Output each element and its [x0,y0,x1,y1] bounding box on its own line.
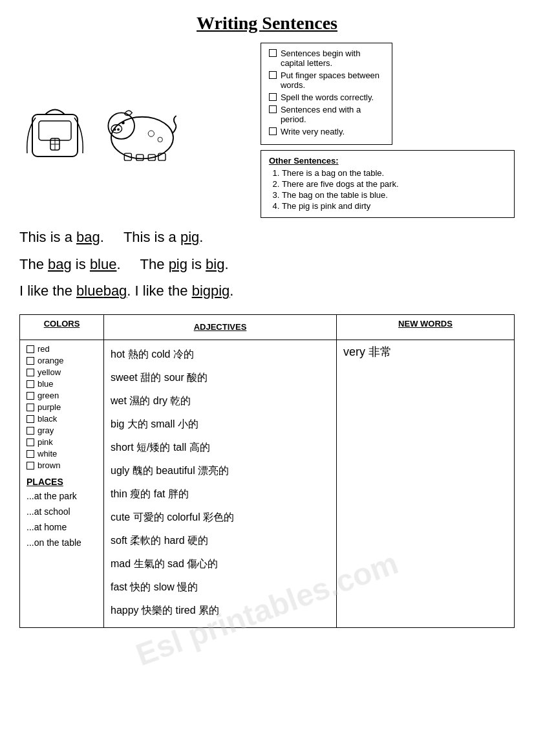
sentence-1a: This is a bag. [19,224,104,250]
adjective-item: soft 柔軟的 hard 硬的 [111,530,330,551]
color-checkbox[interactable] [27,392,34,400]
color-checkbox[interactable] [27,427,34,435]
color-checkbox[interactable] [27,450,34,458]
svg-point-16 [158,137,162,142]
checklist-label-2: Put finger spaces between words. [281,70,384,90]
word-pig-2: pig [169,256,187,272]
svg-point-5 [111,116,173,158]
color-label: blue [37,379,54,389]
color-checkbox[interactable] [27,345,34,353]
checklist-item-1: Sentences begin with capital letters. [269,49,384,68]
svg-point-9 [117,128,120,131]
color-label: brown [37,460,60,470]
color-label: purple [37,402,61,412]
color-item: purple [27,402,97,412]
color-item: pink [27,437,97,447]
adjectives-cell: hot 熱的 cold 冷的sweet 甜的 sour 酸的wet 濕的 dry… [104,340,337,627]
other-sentence-1: There is a bag on the table. [282,168,506,178]
color-checkbox[interactable] [27,462,34,470]
other-sentence-3: The bag on the table is blue. [282,190,506,200]
place-item: ...at the park [27,491,97,501]
checklist-label-3: Spell the words correctly. [281,92,374,102]
places-list: ...at the park...at school...at home...o… [27,491,97,548]
color-label: green [37,391,59,400]
color-checkbox[interactable] [27,357,34,365]
checkbox-2[interactable] [269,71,277,79]
other-sentence-4: The pig is pink and dirty [282,201,506,211]
color-item: red [27,344,97,354]
color-checkbox[interactable] [27,404,34,411]
table-body-row: redorangeyellowbluegreenpurpleblackgrayp… [20,340,515,627]
svg-point-8 [114,128,116,131]
pig-illustration [103,98,181,163]
word-big: big [206,256,224,272]
sentence-2a: The bag is blue. [19,252,121,277]
adjective-item: cute 可愛的 colorful 彩色的 [111,507,330,528]
color-label: white [37,449,57,459]
checklist-item-4: Sentences end with a period. [269,105,384,124]
checkbox-3[interactable] [269,93,277,101]
color-item: white [27,449,97,459]
adjectives-list: hot 熱的 cold 冷的sweet 甜的 sour 酸的wet 濕的 dry… [111,344,330,621]
color-item: blue [27,379,97,389]
word-bag-1: bag [76,229,100,245]
color-checkbox[interactable] [27,415,34,423]
other-sentences-box: Other Sentences: There is a bag on the t… [261,150,515,218]
header-newwords: NEW WORDS [337,314,515,340]
adjective-item: sweet 甜的 sour 酸的 [111,367,330,388]
word-bluebag: bluebag [76,283,127,299]
colors-list: redorangeyellowbluegreenpurpleblackgrayp… [27,344,97,470]
word-pig-1: pig [180,229,199,245]
header-adjectives: ADJECTIVES [104,314,337,340]
svg-point-10 [122,121,125,124]
checklist-label-5: Write very neatly. [281,127,345,136]
main-sentences: This is a bag. This is a pig. The bag is… [19,224,515,304]
color-checkbox[interactable] [27,369,34,376]
color-item: yellow [27,367,97,377]
other-sentences-title: Other Sentences: [269,156,506,166]
checkbox-5[interactable] [269,127,277,135]
checkbox-4[interactable] [269,105,277,113]
word-bigpig: bigpig [192,283,230,299]
sentence-2b: The pig is big. [140,252,229,277]
color-label: pink [37,437,53,447]
color-label: red [37,344,50,354]
color-checkbox[interactable] [27,380,34,388]
svg-rect-1 [39,121,71,140]
svg-point-15 [148,131,154,136]
adjective-item: thin 瘦的 fat 胖的 [111,484,330,504]
color-item: green [27,391,97,400]
checkbox-1[interactable] [269,49,277,57]
places-title: PLACES [27,477,97,487]
color-checkbox[interactable] [27,438,34,446]
place-item: ...at school [27,506,97,517]
svg-rect-12 [136,154,144,160]
color-label: yellow [37,367,61,377]
other-sentence-2: There are five dogs at the park. [282,179,506,189]
colors-cell: redorangeyellowbluegreenpurpleblackgrayp… [20,340,104,627]
table-header-row: COLORS ADJECTIVES NEW WORDS [20,314,515,340]
header-colors: COLORS [20,314,104,340]
sentence-row-2: The bag is blue. The pig is big. [19,252,515,277]
right-column: Sentences begin with capital letters. Pu… [261,43,515,218]
adjective-item: hot 熱的 cold 冷的 [111,344,330,365]
color-item: gray [27,426,97,435]
adjective-item: mad 生氣的 sad 傷心的 [111,554,330,574]
sentence-row-1: This is a bag. This is a pig. [19,224,515,250]
adjective-item: big 大的 small 小的 [111,414,330,435]
newwords-cell: very 非常 [337,340,515,627]
other-sentences-list: There is a bag on the table. There are f… [269,168,506,211]
color-item: black [27,414,97,424]
color-item: orange [27,356,97,365]
illustrations-section [19,43,254,218]
adjective-item: fast 快的 slow 慢的 [111,577,330,598]
checklist-label-1: Sentences begin with capital letters. [281,49,384,68]
sentence-3a: I like the bluebag. I like the bigpig. [19,278,233,304]
adjective-item: happy 快樂的 tired 累的 [111,600,330,621]
checklist-item-2: Put finger spaces between words. [269,70,384,90]
color-label: gray [37,426,54,435]
checklist-item-5: Write very neatly. [269,127,384,136]
word-blue: blue [90,256,117,272]
newwords-list: very 非常 [343,344,507,360]
adjective-item: short 短/矮的 tall 高的 [111,437,330,458]
